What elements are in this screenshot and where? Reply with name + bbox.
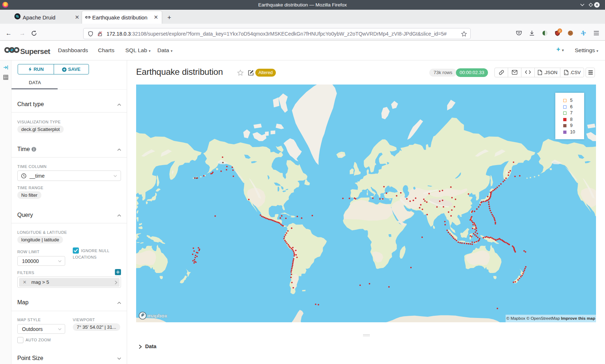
svg-text:x: x bbox=[565, 72, 566, 74]
svg-text:2: 2 bbox=[559, 29, 561, 33]
svg-text:mapbox: mapbox bbox=[147, 313, 167, 319]
